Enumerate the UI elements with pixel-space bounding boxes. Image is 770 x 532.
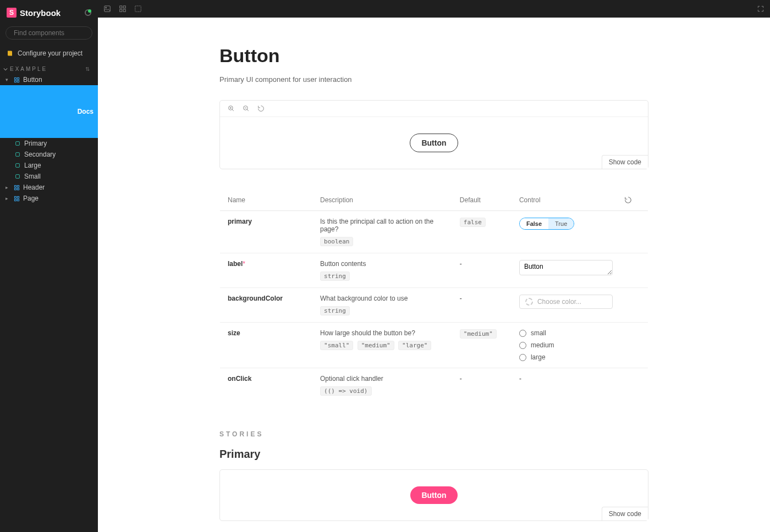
svg-line-29 [232, 109, 234, 111]
tree-item-primary[interactable]: Primary [0, 138, 98, 149]
col-control: Control [512, 190, 617, 211]
svg-rect-24 [123, 5, 125, 8]
component-icon [14, 77, 20, 83]
svg-rect-17 [14, 196, 16, 198]
radio-size-medium[interactable]: medium [519, 341, 640, 349]
content-scroll[interactable]: Button Primary UI component for user int… [98, 18, 770, 532]
svg-rect-2 [14, 77, 16, 79]
tree-item-page[interactable]: ▸ Page [0, 193, 98, 204]
svg-rect-10 [16, 153, 20, 157]
chevron-down-icon [3, 67, 8, 71]
zoom-out-icon[interactable] [243, 105, 250, 112]
story-icon [15, 174, 20, 179]
component-icon [14, 185, 20, 191]
show-code-button[interactable]: Show code [602, 155, 648, 169]
svg-rect-26 [123, 9, 125, 12]
svg-rect-11 [16, 164, 20, 168]
configure-project-link[interactable]: Configure your project [0, 44, 98, 63]
stories-heading: STORIES [219, 430, 648, 438]
svg-rect-3 [17, 77, 19, 79]
fullscreen-icon[interactable] [757, 5, 765, 13]
zoom-in-icon[interactable] [228, 105, 235, 112]
args-table: Name Description Default Control primary [219, 189, 648, 403]
svg-rect-12 [16, 175, 20, 179]
radio-size-small[interactable]: small [519, 329, 640, 337]
control-color-picker[interactable]: Choose color... [519, 295, 613, 309]
col-name: Name [220, 190, 313, 211]
tree-item-docs[interactable]: Docs [0, 85, 98, 138]
radio-size-large[interactable]: large [519, 353, 640, 361]
svg-rect-14 [17, 185, 19, 187]
arg-row-backgroundcolor: backgroundColor What background color to… [220, 288, 648, 323]
tree-item-small[interactable]: Small [0, 171, 98, 182]
reset-icon[interactable] [624, 196, 632, 204]
page-title: Button [219, 45, 648, 66]
svg-rect-21 [105, 5, 111, 12]
story-title-primary: Primary [219, 448, 648, 461]
col-description: Description [312, 190, 452, 211]
search-input[interactable] [14, 29, 96, 37]
arg-row-onclick: onClick Optional click handler (() => vo… [220, 368, 648, 403]
brand-name: Storybook [20, 8, 61, 18]
svg-rect-5 [17, 80, 19, 82]
brand-logo[interactable]: S Storybook [7, 8, 61, 18]
col-default: Default [452, 190, 512, 211]
svg-rect-9 [16, 142, 20, 146]
svg-point-22 [106, 7, 107, 8]
sidebar: S Storybook / Configure your project EXA… [0, 0, 98, 532]
sort-icon[interactable]: ⇅ [85, 66, 91, 72]
story-icon [15, 152, 20, 157]
configure-label: Configure your project [18, 49, 82, 57]
notification-icon[interactable] [85, 9, 91, 16]
preview-primary: Button Show code [219, 469, 648, 521]
control-primary-toggle[interactable]: False True [519, 218, 574, 230]
preview-docs: Button Show code [219, 100, 648, 169]
grid-icon[interactable] [119, 5, 127, 13]
tree-item-button[interactable]: ▾ Button [0, 74, 98, 85]
component-icon [14, 196, 20, 202]
svg-rect-27 [135, 5, 141, 12]
search-input-wrap[interactable]: / [6, 26, 92, 40]
color-swatch-icon [525, 298, 533, 306]
tree-item-large[interactable]: Large [0, 160, 98, 171]
page-subtitle: Primary UI component for user interactio… [219, 75, 648, 84]
control-label-input[interactable]: Button [519, 260, 613, 275]
arg-row-label: label* Button contents string - Button [220, 253, 648, 288]
arg-row-size: size How large should the button be? "sm… [220, 323, 648, 368]
tree-item-header[interactable]: ▸ Header [0, 182, 98, 193]
svg-rect-19 [14, 199, 16, 201]
svg-rect-15 [14, 188, 16, 190]
tree-item-secondary[interactable]: Secondary [0, 149, 98, 160]
svg-rect-13 [14, 185, 16, 187]
section-heading-example[interactable]: EXAMPLE ⇅ [0, 63, 98, 74]
svg-rect-16 [17, 188, 19, 190]
svg-line-33 [247, 109, 249, 111]
svg-rect-25 [120, 9, 122, 12]
book-icon [7, 50, 13, 57]
story-icon [15, 163, 20, 168]
nav-tree: ▾ Button Docs Primary Secondary Large [0, 74, 98, 204]
brand-mark-icon: S [7, 8, 16, 18]
demo-button-primary[interactable]: Button [410, 486, 457, 504]
topbar [98, 0, 770, 18]
demo-button-docs[interactable]: Button [410, 134, 458, 152]
svg-rect-4 [14, 80, 16, 82]
svg-rect-20 [17, 199, 19, 201]
svg-rect-18 [17, 196, 19, 198]
canvas-icon[interactable] [103, 5, 111, 13]
arg-row-primary: primary Is this the principal call to ac… [220, 211, 648, 253]
control-size-radios: small medium large [519, 329, 640, 361]
story-icon [15, 141, 20, 146]
zoom-reset-icon[interactable] [257, 105, 265, 112]
outline-icon[interactable] [134, 5, 142, 13]
show-code-button[interactable]: Show code [602, 507, 648, 520]
svg-rect-23 [120, 5, 122, 8]
